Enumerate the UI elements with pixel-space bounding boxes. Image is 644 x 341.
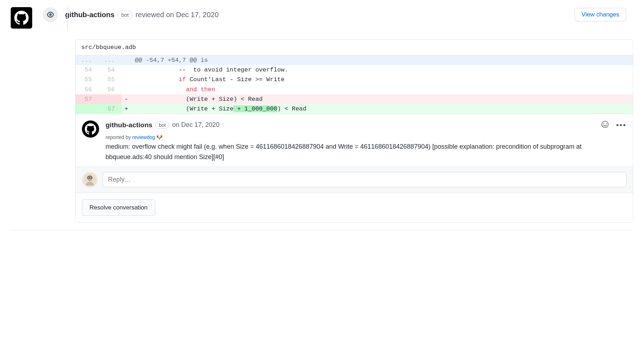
hunk-header-text: @@ -54,7 +54,7 @@ is [131,55,633,65]
github-icon [85,123,96,135]
diff-row[interactable]: 5454 -- to avoid integer overflow. [75,65,633,75]
diff-row[interactable]: 57- (Write + Size) < Read [75,94,633,104]
resolve-conversation-button[interactable]: Resolve conversation [82,199,155,216]
comment-bot-badge: bot [155,122,169,129]
diff-hunk-header: ......@@ -54,7 +54,7 @@ is [75,55,633,65]
comment-author-link[interactable]: github-actions [106,121,152,129]
reply-input[interactable] [103,172,626,187]
diff-row[interactable]: 57+ (Write + Size + 1_000_000) < Read [75,104,633,114]
smiley-icon [601,120,609,128]
view-changes-button[interactable]: View changes [575,8,626,21]
diff-code: (Write + Size) < Read [131,94,633,104]
github-icon [14,11,29,25]
dog-emoji-icon: 🐶 [156,134,162,140]
svg-point-1 [606,123,606,124]
diff-row[interactable]: 5555 if Count'Last - Size >= Write [75,75,633,84]
diff-row[interactable]: 5656 and then [75,85,633,94]
review-comment: github-actions bot on Dec 17, 2020 ••• [75,114,633,167]
diff-code: and then [131,85,633,94]
eye-icon [47,11,54,19]
diff-code: if Count'Last - Size >= Write [131,75,633,84]
review-status-icon-badge [43,7,58,22]
timeline-divider [11,230,633,230]
add-reaction-button[interactable] [601,120,609,129]
diff-code: (Write + Size + 1_000_000) < Read [131,104,633,114]
review-action-text: reviewed on Dec 17, 2020 [136,11,219,19]
current-user-avatar[interactable] [82,172,98,188]
comment-body-text: medium: overflow check might fail (e.g. … [106,142,626,162]
reported-by-line: reported by reviewdog 🐶 [106,134,626,140]
comment-avatar[interactable] [82,120,99,138]
review-author-link[interactable]: github-actions [65,11,114,19]
avatar-icon [83,173,96,186]
reply-block [75,167,633,193]
diff-code: -- to avoid integer overflow. [131,65,633,75]
reviewdog-link[interactable]: reviewdog [132,134,155,140]
bot-badge: bot [117,11,133,19]
diff-table: ......@@ -54,7 +54,7 @@ is5454 -- to avo… [75,55,633,114]
review-card: src/bbqueue.adb ......@@ -54,7 +54,7 @@ … [75,39,633,223]
comment-date: on Dec 17, 2020 [172,121,219,129]
timeline-line [67,7,68,29]
comment-menu-button[interactable]: ••• [616,121,626,129]
svg-point-0 [603,123,604,124]
file-path[interactable]: src/bbqueue.adb [75,40,633,55]
kebab-icon: ••• [616,120,626,129]
review-actor-avatar[interactable] [11,7,32,29]
